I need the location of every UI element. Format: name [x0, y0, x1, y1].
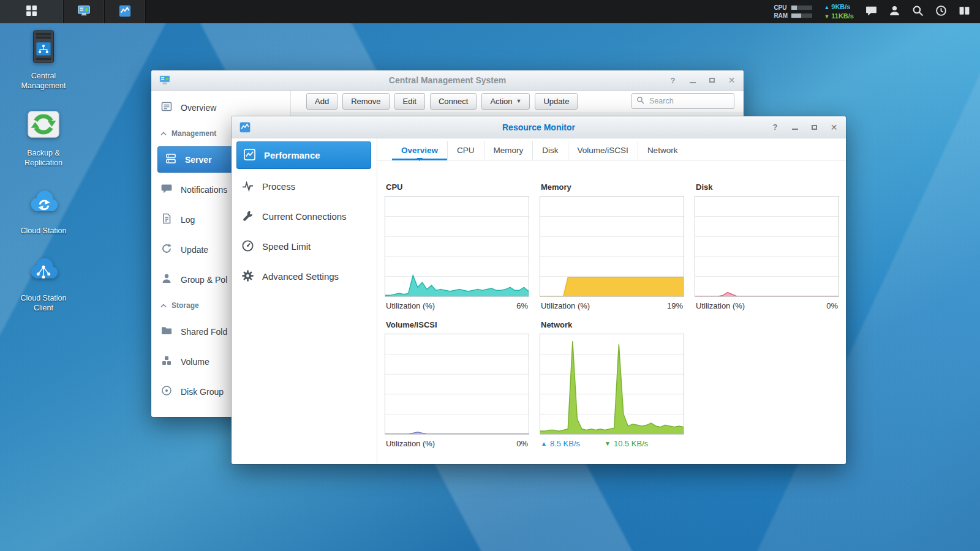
- network-chart-caption: ▲8.5 KB/s ▼10.5 KB/s: [540, 439, 684, 448]
- resource-monitor-window: Resource Monitor ? ✕ Performance Process…: [232, 116, 846, 464]
- rm-sidebar-item-advanced-settings[interactable]: Advanced Settings: [232, 261, 377, 291]
- cpu-meter-bar: [791, 6, 812, 10]
- maximize-button[interactable]: [707, 76, 717, 85]
- update-button[interactable]: Update: [535, 93, 578, 110]
- gear-icon: [241, 269, 254, 284]
- rm-sidebar-label: Advanced Settings: [262, 271, 339, 282]
- rm-body: Performance Process Current Connections …: [232, 138, 846, 464]
- cms-sidebar-label: Disk Group: [181, 387, 224, 397]
- utilization-value: 0%: [516, 439, 528, 448]
- connect-button[interactable]: Connect: [430, 93, 477, 110]
- user-icon: [889, 5, 900, 18]
- tab-cpu[interactable]: CPU: [448, 141, 484, 160]
- ram-meter-label: RAM: [774, 13, 788, 19]
- rm-sidebar-label: Process: [262, 181, 295, 192]
- rm-sidebar-item-speed-limit[interactable]: Speed Limit: [232, 231, 377, 261]
- overview-icon: [160, 100, 173, 114]
- cpu-meter: CPU: [774, 5, 812, 11]
- search-icon: [912, 5, 924, 18]
- help-button[interactable]: ?: [771, 122, 780, 132]
- remove-button[interactable]: Remove: [342, 93, 389, 110]
- rm-titlebar[interactable]: Resource Monitor ? ✕: [232, 116, 846, 138]
- cms-sidebar-label: Group & Pol: [181, 275, 227, 285]
- chat-bubble-icon: [865, 5, 877, 18]
- close-button[interactable]: ✕: [727, 76, 736, 85]
- cpu-utilization-chart: [385, 196, 529, 297]
- rm-tab-bar: Overview CPU Memory Disk Volume/iSCSI Ne…: [377, 141, 846, 160]
- utilization-label: Utilization (%): [386, 301, 435, 310]
- chart-caption: Utilization (%) 6%: [385, 301, 529, 310]
- rm-sidebar-item-performance[interactable]: Performance: [236, 141, 371, 169]
- edit-button[interactable]: Edit: [394, 93, 425, 110]
- network-traffic-chart: [540, 334, 684, 435]
- server-icon: [165, 152, 177, 167]
- main-menu-grid-icon: [26, 5, 37, 18]
- network-upload-value: 8.5 KB/s: [550, 439, 580, 448]
- chart-title: Network: [541, 320, 684, 329]
- chart-title: Volume/iSCSI: [386, 320, 529, 329]
- minimize-button[interactable]: [688, 76, 697, 85]
- cms-sidebar-label: Overview: [181, 103, 216, 113]
- add-button[interactable]: Add: [306, 93, 337, 110]
- rm-sidebar-item-process[interactable]: Process: [232, 171, 377, 201]
- search-input[interactable]: [648, 96, 729, 106]
- resource-monitor-app-icon: [118, 4, 132, 20]
- minimize-button[interactable]: [790, 122, 799, 132]
- maximize-button[interactable]: [810, 122, 819, 132]
- notifications-button[interactable]: [865, 5, 877, 18]
- help-button[interactable]: ?: [668, 76, 677, 85]
- main-menu-button[interactable]: [0, 0, 64, 23]
- cms-section-label: Management: [172, 129, 216, 138]
- tab-network[interactable]: Network: [638, 141, 687, 160]
- desktop-icon-central-management[interactable]: Central Management: [10, 28, 77, 91]
- tab-overview[interactable]: Overview: [392, 141, 448, 160]
- search-button[interactable]: [912, 5, 924, 18]
- utilization-value: 6%: [516, 301, 528, 310]
- notifications-icon: [160, 182, 173, 197]
- desktop-icon-cloud-station[interactable]: Cloud Station: [10, 183, 77, 236]
- upload-arrow-icon: ▲: [824, 4, 829, 10]
- user-options-button[interactable]: [889, 5, 900, 18]
- central-management-nas-icon: [24, 28, 62, 69]
- utilization-value: 19%: [667, 301, 683, 310]
- cms-section-label: Storage: [172, 301, 199, 310]
- rm-window-controls: ? ✕: [771, 122, 839, 132]
- chart-caption: Utilization (%) 19%: [540, 301, 684, 310]
- update-refresh-icon: [160, 242, 173, 257]
- rm-overview-content: CPU Utilization (%) 6% Memory: [377, 160, 846, 448]
- network-chart-block: Network ▲8.5 KB/s ▼10.5 KB/s: [540, 320, 684, 448]
- cms-titlebar[interactable]: Central Management System ? ✕: [151, 70, 744, 91]
- rm-sidebar-label: Current Connections: [262, 211, 347, 222]
- close-button[interactable]: ✕: [829, 122, 839, 132]
- system-health-meters[interactable]: CPU RAM: [774, 3, 812, 21]
- disk-group-icon: [160, 384, 173, 399]
- cms-sidebar-label: Update: [181, 245, 208, 255]
- taskbar-resource-monitor-button[interactable]: [105, 0, 146, 23]
- chart-caption: Utilization (%) 0%: [695, 301, 839, 310]
- cms-toolbar: Add Remove Edit Connect Action▼ Update: [291, 91, 744, 110]
- rm-sidebar: Performance Process Current Connections …: [232, 138, 377, 464]
- desktop-icon-backup-replication[interactable]: Backup & Replication: [10, 105, 77, 168]
- cms-sidebar-label: Notifications: [181, 185, 227, 195]
- network-upload: ▲8.5 KB/s: [541, 439, 580, 448]
- tab-volume-iscsi[interactable]: Volume/iSCSI: [568, 141, 638, 160]
- upload-speed-value: 9KB/s: [831, 3, 850, 10]
- desktop-icon-label: Cloud Station Client: [10, 294, 77, 313]
- widgets-button[interactable]: [935, 5, 947, 18]
- chevron-up-icon: [160, 301, 167, 310]
- upload-arrow-icon: ▲: [541, 440, 547, 447]
- taskbar-central-management-button[interactable]: [64, 0, 105, 23]
- cpu-chart-block: CPU Utilization (%) 6%: [385, 182, 529, 310]
- chevron-up-icon: [160, 129, 167, 138]
- desktop-icon-cloud-station-client[interactable]: Cloud Station Client: [10, 250, 77, 313]
- utilization-label: Utilization (%): [541, 301, 590, 310]
- disk-utilization-chart: [695, 196, 839, 297]
- rm-sidebar-item-current-connections[interactable]: Current Connections: [232, 201, 377, 231]
- utilization-label: Utilization (%): [386, 439, 435, 448]
- pilot-view-button[interactable]: [959, 5, 970, 18]
- rm-sidebar-label: Performance: [264, 150, 320, 160]
- action-dropdown-button[interactable]: Action▼: [481, 93, 530, 110]
- chart-grid: CPU Utilization (%) 6% Memory: [385, 182, 846, 448]
- tab-memory[interactable]: Memory: [484, 141, 533, 160]
- tab-disk[interactable]: Disk: [533, 141, 568, 160]
